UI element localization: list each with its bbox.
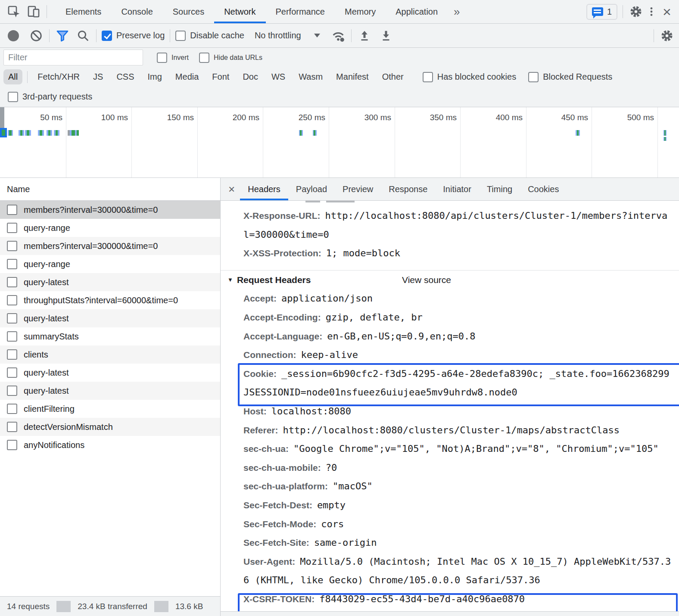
- request-checkbox[interactable]: [7, 422, 17, 432]
- details-tab-headers[interactable]: Headers: [240, 178, 288, 200]
- type-filter-wasm[interactable]: Wasm: [294, 69, 327, 84]
- request-checkbox[interactable]: [7, 349, 17, 360]
- device-toolbar-icon[interactable]: [26, 4, 41, 19]
- has-blocked-cookies-checkbox[interactable]: [423, 72, 433, 82]
- request-row[interactable]: members?interval=300000&time=0: [0, 201, 220, 219]
- details-tab-payload[interactable]: Payload: [288, 178, 335, 200]
- request-row[interactable]: detectVersionMismatch: [0, 418, 220, 436]
- header-line: User-Agent:Mozilla/5.0 (Macintosh; Intel…: [221, 552, 679, 571]
- chevron-down-icon[interactable]: [314, 34, 320, 37]
- filter-funnel-icon[interactable]: [55, 28, 70, 44]
- filter-input[interactable]: [3, 50, 143, 65]
- header-name: Connection:: [243, 350, 301, 360]
- tab-console[interactable]: Console: [111, 0, 162, 23]
- request-row[interactable]: summaryStats: [0, 327, 220, 345]
- filter-bar: Invert Hide data URLs AllFetch/XHRJSCSSI…: [0, 48, 679, 107]
- details-tab-initiator[interactable]: Initiator: [435, 178, 479, 200]
- hide-data-urls-checkbox[interactable]: [199, 53, 209, 63]
- request-row[interactable]: query-range: [0, 255, 220, 273]
- tab-application[interactable]: Application: [386, 0, 448, 23]
- throttling-select[interactable]: No throttling: [255, 31, 301, 40]
- tab-elements[interactable]: Elements: [56, 0, 111, 23]
- details-tab-response[interactable]: Response: [381, 178, 435, 200]
- tab-sources[interactable]: Sources: [163, 0, 214, 23]
- network-main: Name members?interval=300000&time=0query…: [0, 178, 679, 616]
- invert-checkbox[interactable]: [157, 53, 167, 63]
- header-line: Accept:application/json: [221, 289, 679, 308]
- request-name: members?interval=300000&time=0: [24, 241, 158, 251]
- request-row[interactable]: anyNotifications: [0, 436, 220, 454]
- request-row[interactable]: query-latest: [0, 364, 220, 382]
- type-filter-other[interactable]: Other: [377, 69, 408, 84]
- request-checkbox[interactable]: [7, 259, 17, 269]
- tab-memory[interactable]: Memory: [335, 0, 386, 23]
- close-devtools-icon[interactable]: ×: [659, 4, 675, 19]
- type-filter-media[interactable]: Media: [171, 69, 203, 84]
- type-filter-img[interactable]: Img: [143, 69, 167, 84]
- more-options-icon[interactable]: [644, 4, 659, 19]
- network-conditions-icon[interactable]: [330, 28, 346, 44]
- preserve-log-checkbox[interactable]: [102, 31, 112, 41]
- triangle-down-icon[interactable]: ▼: [227, 277, 233, 283]
- request-checkbox[interactable]: [7, 241, 17, 251]
- blocked-requests-label: Blocked Requests: [543, 72, 612, 82]
- request-checkbox[interactable]: [7, 440, 17, 450]
- section-title[interactable]: Request Headers: [237, 275, 311, 285]
- request-checkbox[interactable]: [7, 313, 17, 324]
- horizontal-scrollbar-track[interactable]: [221, 611, 679, 616]
- request-row[interactable]: query-range: [0, 219, 220, 237]
- settings-gear-icon[interactable]: [628, 4, 644, 19]
- record-network-log-icon[interactable]: [8, 30, 19, 41]
- request-checkbox[interactable]: [7, 295, 17, 305]
- type-filter-js[interactable]: JS: [88, 69, 108, 84]
- type-filter-fetch-xhr[interactable]: Fetch/XHR: [33, 69, 84, 84]
- blocked-requests-checkbox[interactable]: [528, 72, 539, 82]
- header-name: Sec-Fetch-Dest:: [243, 500, 317, 510]
- type-filter-css[interactable]: CSS: [112, 69, 139, 84]
- request-row[interactable]: query-latest: [0, 382, 220, 400]
- type-filter-doc[interactable]: Doc: [238, 69, 263, 84]
- console-messages-badge[interactable]: 1: [586, 4, 617, 20]
- name-column-header[interactable]: Name: [0, 178, 220, 201]
- header-line: l=300000&time=0: [221, 225, 679, 244]
- type-filter-font[interactable]: Font: [207, 69, 234, 84]
- type-filter-manifest[interactable]: Manifest: [331, 69, 374, 84]
- request-list: members?interval=300000&time=0query-rang…: [0, 201, 220, 454]
- request-checkbox[interactable]: [7, 386, 17, 396]
- search-icon[interactable]: [75, 28, 91, 44]
- header-line: Sec-Fetch-Site:same-origin: [221, 533, 679, 552]
- timeline-gridline: [526, 107, 526, 177]
- type-filter-ws[interactable]: WS: [267, 69, 290, 84]
- details-tab-timing[interactable]: Timing: [479, 178, 520, 200]
- request-row[interactable]: clients: [0, 345, 220, 364]
- timeline-tick-label: 150 ms: [137, 113, 194, 122]
- timeline-tick-label: 450 ms: [531, 113, 588, 122]
- request-checkbox[interactable]: [7, 277, 17, 287]
- tab-network[interactable]: Network: [214, 0, 265, 23]
- inspect-element-icon[interactable]: [6, 4, 22, 19]
- request-row[interactable]: clientFiltering: [0, 400, 220, 418]
- request-row[interactable]: query-latest: [0, 273, 220, 291]
- request-checkbox[interactable]: [7, 223, 17, 233]
- export-har-icon[interactable]: [378, 28, 394, 44]
- request-checkbox[interactable]: [7, 404, 17, 414]
- request-checkbox[interactable]: [7, 331, 17, 342]
- details-tab-cookies[interactable]: Cookies: [520, 178, 567, 200]
- clear-network-log-icon[interactable]: [28, 28, 44, 44]
- request-row[interactable]: throughputStats?interval=60000&time=0: [0, 291, 220, 309]
- import-har-icon[interactable]: [357, 28, 372, 44]
- request-checkbox[interactable]: [7, 205, 17, 215]
- request-checkbox[interactable]: [7, 367, 17, 378]
- close-details-icon[interactable]: ×: [228, 183, 235, 196]
- request-row[interactable]: query-latest: [0, 309, 220, 327]
- network-overview-timeline[interactable]: 50 ms100 ms150 ms200 ms250 ms300 ms350 m…: [0, 107, 679, 178]
- network-settings-gear-icon[interactable]: [659, 28, 675, 44]
- type-filter-all[interactable]: All: [3, 69, 22, 84]
- more-tabs-icon[interactable]: »: [454, 5, 460, 19]
- view-source-link[interactable]: View source: [402, 271, 451, 289]
- request-row[interactable]: members?interval=300000&time=0: [0, 237, 220, 255]
- tab-performance[interactable]: Performance: [266, 0, 335, 23]
- details-tab-preview[interactable]: Preview: [335, 178, 381, 200]
- third-party-checkbox[interactable]: [8, 92, 18, 102]
- disable-cache-checkbox[interactable]: [175, 31, 186, 41]
